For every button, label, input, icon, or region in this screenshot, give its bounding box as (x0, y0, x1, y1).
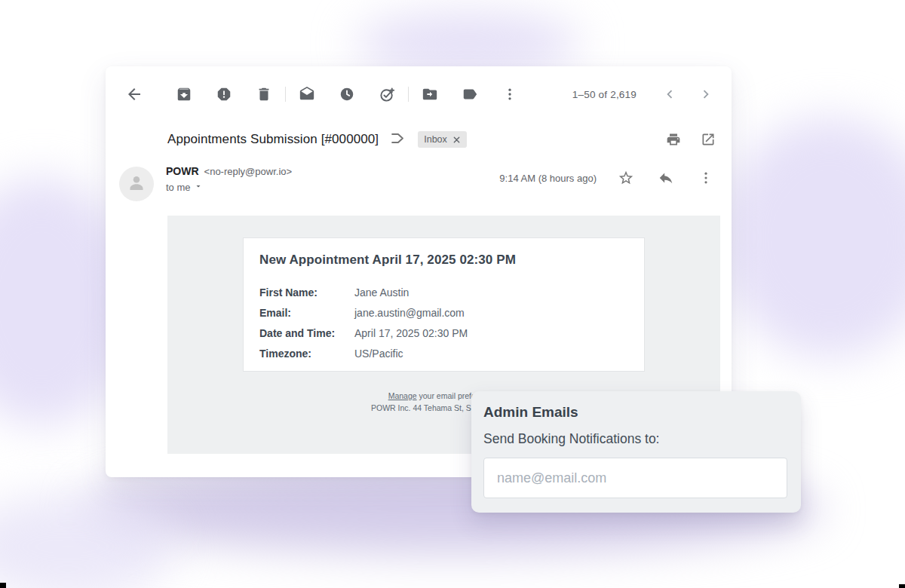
back-arrow-icon (125, 85, 143, 103)
field-value: Jane Austin (354, 286, 409, 299)
move-to-button[interactable] (419, 84, 440, 105)
toolbar-divider (285, 87, 286, 102)
inbox-label-chip[interactable]: Inbox (418, 131, 467, 148)
pagination-count: 1–50 of 2,619 (572, 89, 637, 100)
sender-email-address: <no-reply@powr.io> (204, 166, 293, 177)
report-spam-button[interactable] (213, 84, 235, 105)
admin-card-subtitle: Send Booking Notifications to: (483, 431, 659, 447)
message-more-button[interactable] (695, 167, 716, 188)
star-button[interactable] (615, 167, 637, 188)
report-spam-icon (216, 86, 232, 103)
field-label: Date and Time: (259, 327, 354, 339)
task-add-icon (379, 86, 396, 103)
expand-conversation-button[interactable] (389, 130, 406, 149)
trash-icon (256, 86, 272, 103)
folder-move-icon (422, 86, 438, 103)
newer-button[interactable] (659, 84, 680, 105)
sender-name: POWR (166, 165, 199, 177)
lavender-blob-bottom-left (0, 494, 173, 588)
manage-preferences-link[interactable]: Manage (388, 391, 417, 400)
open-in-new-icon (701, 132, 716, 147)
chip-label: Inbox (424, 134, 447, 145)
reply-icon (658, 170, 674, 186)
field-value: US/Pacific (354, 348, 403, 360)
caret-down-icon (194, 182, 203, 193)
appointment-fields: First Name: Jane Austin Email: jane.aust… (259, 282, 637, 363)
page: 1–50 of 2,619 Appointments Submission [#… (0, 0, 905, 588)
clock-icon (339, 86, 355, 103)
admin-emails-card: Admin Emails Send Booking Notifications … (471, 391, 801, 513)
more-vertical-icon (698, 170, 713, 185)
remove-label-button[interactable] (452, 136, 461, 144)
lavender-blob-right (720, 117, 905, 358)
recipient-label: to me (166, 182, 191, 193)
printer-icon (666, 132, 681, 147)
sender-avatar (119, 167, 154, 201)
delete-button[interactable] (253, 84, 275, 105)
add-to-tasks-button[interactable] (376, 84, 397, 105)
field-label: Timezone: (259, 348, 354, 360)
back-button[interactable] (124, 84, 145, 105)
email-toolbar: 1–50 of 2,619 (124, 80, 716, 109)
labels-button[interactable] (459, 84, 480, 105)
corner-mark-bottom-left (0, 583, 6, 588)
older-button[interactable] (695, 84, 716, 105)
corner-mark-bottom-right (899, 584, 905, 588)
admin-card-title: Admin Emails (483, 404, 578, 421)
expand-conversation-icon (389, 130, 406, 149)
appointment-heading: New Appointment April 17, 2025 02:30 PM (259, 253, 516, 268)
more-vertical-icon (502, 87, 517, 102)
field-row-date-time: Date and Time: April 17, 2025 02:30 PM (259, 323, 637, 343)
recipient-dropdown[interactable]: to me (166, 182, 292, 193)
email-timestamp: 9:14 AM (8 hours ago) (499, 173, 597, 184)
appointment-card: New Appointment April 17, 2025 02:30 PM … (243, 237, 645, 372)
more-options-button[interactable] (499, 84, 520, 105)
chevron-left-icon (661, 86, 678, 103)
field-value: April 17, 2025 02:30 PM (354, 327, 468, 339)
field-row-timezone: Timezone: US/Pacific (259, 343, 637, 363)
mark-as-read-button[interactable] (296, 84, 318, 105)
toolbar-divider (408, 87, 409, 102)
subject-row: Appointments Submission [#000000] Inbox (167, 128, 716, 151)
reply-button[interactable] (655, 167, 676, 188)
person-icon (125, 171, 148, 197)
archive-icon (176, 86, 192, 103)
label-icon (462, 86, 478, 103)
field-label: Email: (259, 307, 354, 319)
field-value: jane.austin@gmail.com (354, 307, 465, 319)
sender-row: POWR <no-reply@powr.io> to me 9:14 AM (8… (119, 165, 716, 204)
email-subject: Appointments Submission [#000000] (167, 132, 379, 147)
archive-button[interactable] (173, 84, 195, 105)
star-icon (618, 170, 634, 186)
print-button[interactable] (665, 131, 682, 148)
field-row-first-name: First Name: Jane Austin (259, 282, 637, 302)
field-label: First Name: (259, 286, 354, 299)
snooze-button[interactable] (336, 84, 357, 105)
notification-email-input[interactable] (483, 458, 787, 498)
chevron-right-icon (698, 86, 714, 103)
open-envelope-icon (299, 86, 315, 103)
field-row-email: Email: jane.austin@gmail.com (259, 302, 637, 323)
open-in-new-button[interactable] (700, 131, 716, 148)
